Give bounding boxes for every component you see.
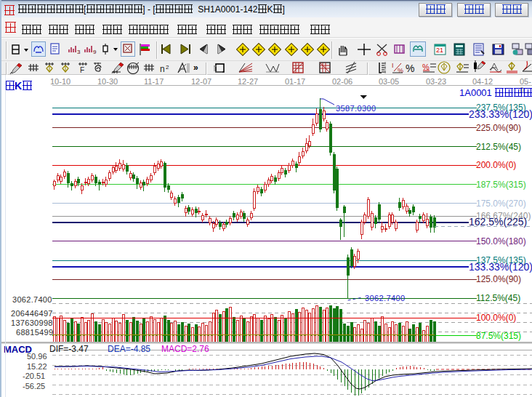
svg-text:2: 2	[166, 64, 169, 71]
svg-text:%: %	[422, 63, 430, 71]
svg-text:I: I	[392, 62, 394, 69]
svg-text:F: F	[80, 66, 84, 74]
svg-text:21: 21	[436, 47, 443, 54]
svg-text:9: 9	[93, 49, 97, 55]
svg-text:3: 3	[77, 49, 81, 55]
svg-text:n: n	[160, 64, 165, 74]
